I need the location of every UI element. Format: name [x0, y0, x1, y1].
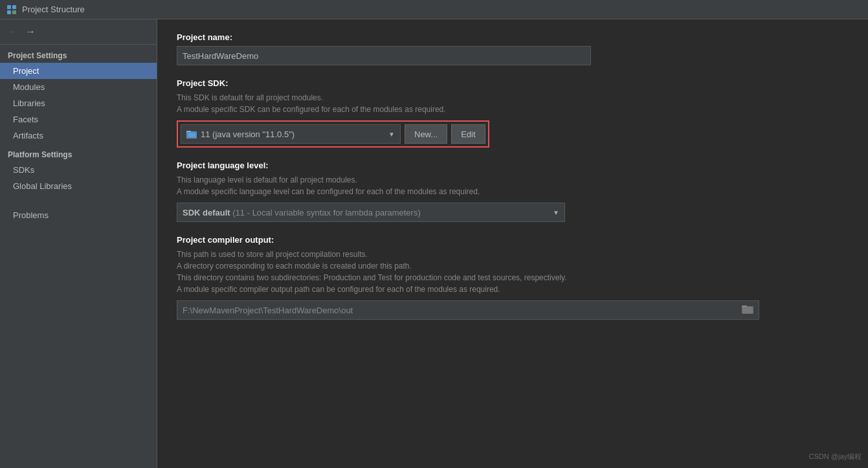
project-compiler-output-desc: This path is used to store all project c…: [177, 249, 849, 295]
project-settings-header: Project Settings: [0, 45, 157, 63]
project-name-group: Project name:: [177, 32, 849, 65]
svg-rect-10: [742, 307, 753, 313]
sdk-dropdown-arrow-icon: ▼: [388, 131, 395, 138]
sidebar-item-artifacts[interactable]: Artifacts: [0, 128, 157, 144]
sidebar-nav-buttons: ← →: [0, 19, 157, 45]
sidebar-item-modules-label: Modules: [13, 82, 45, 92]
sidebar-item-sdks-label: SDKs: [13, 165, 34, 175]
svg-rect-1: [12, 5, 16, 9]
sdk-new-button[interactable]: New...: [405, 124, 447, 144]
language-dropdown-arrow-icon: ▼: [553, 209, 559, 216]
compiler-output-text: F:\NewMavenProject\TestHardWareDemo\out: [183, 306, 742, 315]
project-structure-icon: [6, 5, 17, 15]
sidebar-item-problems-label: Problems: [13, 210, 49, 220]
project-sdk-label: Project SDK:: [177, 78, 849, 88]
sidebar-item-modules[interactable]: Modules: [0, 79, 157, 95]
language-level-dropdown[interactable]: SDK default (11 - Local variable syntax …: [177, 203, 565, 222]
sidebar-item-facets[interactable]: Facets: [0, 111, 157, 128]
language-level-bold: SDK default: [183, 208, 230, 217]
sidebar-item-artifacts-label: Artifacts: [13, 131, 43, 140]
project-language-level-label: Project language level:: [177, 161, 849, 170]
sidebar-item-sdks[interactable]: SDKs: [0, 162, 157, 178]
sidebar-item-global-libraries-label: Global Libraries: [13, 181, 72, 191]
project-sdk-desc1: This SDK is default for all project modu…: [177, 92, 849, 115]
language-level-text: SDK default (11 - Local variable syntax …: [183, 208, 553, 217]
sdk-edit-button[interactable]: Edit: [451, 124, 485, 144]
back-button[interactable]: ←: [6, 25, 21, 39]
sdk-folder-icon: [186, 129, 197, 139]
sdk-select-text: 11 (java version "11.0.5"): [201, 129, 384, 139]
project-language-level-group: Project language level: This language le…: [177, 161, 849, 222]
main-layout: ← → Project Settings Project Modules Lib…: [0, 19, 868, 468]
svg-rect-3: [12, 10, 16, 14]
platform-settings-header: Platform Settings: [0, 144, 157, 162]
project-compiler-output-label: Project compiler output:: [177, 235, 849, 245]
sidebar: ← → Project Settings Project Modules Lib…: [0, 19, 157, 468]
compiler-output-row: F:\NewMavenProject\TestHardWareDemo\out: [177, 300, 759, 320]
project-language-level-desc: This language level is default for all p…: [177, 174, 849, 197]
sidebar-item-problems[interactable]: Problems: [0, 207, 157, 223]
browse-folder-icon[interactable]: [742, 304, 753, 317]
watermark: CSDN @jay编程: [809, 452, 862, 462]
svg-rect-2: [7, 10, 11, 14]
sidebar-item-libraries-label: Libraries: [13, 98, 45, 108]
content-area: Project name: Project SDK: This SDK is d…: [157, 19, 868, 468]
project-compiler-output-group: Project compiler output: This path is us…: [177, 235, 849, 320]
sidebar-item-facets-label: Facets: [13, 115, 38, 124]
sidebar-item-libraries[interactable]: Libraries: [0, 95, 157, 111]
project-sdk-group: Project SDK: This SDK is default for all…: [177, 78, 849, 148]
language-level-detail: (11 - Local variable syntax for lambda p…: [232, 208, 420, 217]
sdk-row: 11 (java version "11.0.5") ▼ New... Edit: [177, 120, 489, 148]
svg-rect-7: [188, 133, 195, 137]
project-name-input[interactable]: [177, 46, 591, 65]
forward-button[interactable]: →: [23, 25, 38, 39]
project-name-label: Project name:: [177, 32, 849, 42]
sidebar-item-project[interactable]: Project: [0, 63, 157, 79]
title-bar: Project Structure: [0, 0, 868, 19]
svg-rect-0: [7, 5, 11, 9]
title-bar-text: Project Structure: [22, 5, 85, 14]
sidebar-item-project-label: Project: [13, 66, 39, 76]
sidebar-item-global-libraries[interactable]: Global Libraries: [0, 178, 157, 194]
sdk-select-dropdown[interactable]: 11 (java version "11.0.5") ▼: [181, 124, 401, 144]
